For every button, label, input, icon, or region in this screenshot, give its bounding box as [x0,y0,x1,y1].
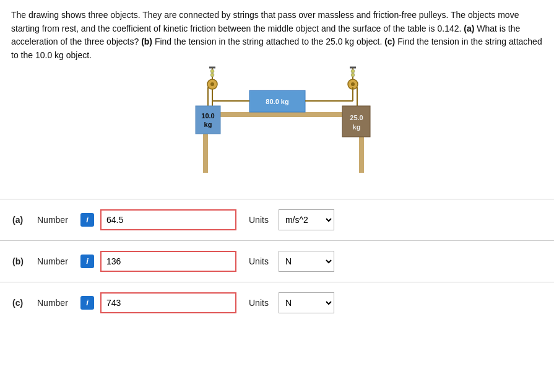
part-label-a: (a) [12,215,31,225]
svg-text:10.0: 10.0 [201,112,214,120]
svg-rect-7 [196,106,220,134]
answer-section: (a) Number i Units m/s^2 m/s N kg (b) Nu… [0,199,554,323]
svg-point-5 [210,82,214,86]
svg-text:80.0 kg: 80.0 kg [266,98,288,105]
svg-rect-18 [342,106,370,137]
physics-diagram: 10.0 kg 80.0 kg 25.0 kg [0,69,554,199]
svg-text:kg: kg [352,123,360,131]
info-badge-b[interactable]: i [80,255,94,268]
number-label-b: Number [37,256,74,266]
number-label-c: Number [37,298,74,308]
svg-point-27 [351,69,355,73]
units-label-b: Units [249,256,269,266]
number-input-b[interactable] [100,251,236,272]
part-label-c: (c) [12,298,31,308]
units-label-c: Units [249,298,269,308]
svg-point-24 [210,73,214,77]
answer-row-b: (b) Number i Units N m/s^2 m/s kg [0,241,554,282]
units-label-a: Units [249,215,269,225]
svg-text:kg: kg [204,121,212,128]
svg-point-15 [351,82,355,86]
svg-point-28 [351,73,355,77]
answer-row-c: (c) Number i Units N m/s^2 m/s kg [0,282,554,323]
info-badge-c[interactable]: i [80,296,94,310]
number-input-c[interactable] [100,292,236,313]
svg-point-23 [210,69,214,73]
number-label-a: Number [37,215,74,225]
problem-text: The drawing shows three objects. They ar… [0,0,554,69]
answer-row-a: (a) Number i Units m/s^2 m/s N kg [0,199,554,241]
svg-rect-0 [203,112,364,117]
units-select-b[interactable]: N m/s^2 m/s kg [279,251,334,272]
part-label-b: (b) [12,256,31,266]
info-badge-a[interactable]: i [80,213,94,227]
svg-text:25.0: 25.0 [350,114,363,121]
units-select-c[interactable]: N m/s^2 m/s kg [279,292,334,313]
units-select-a[interactable]: m/s^2 m/s N kg [279,209,334,230]
number-input-a[interactable] [100,209,236,230]
